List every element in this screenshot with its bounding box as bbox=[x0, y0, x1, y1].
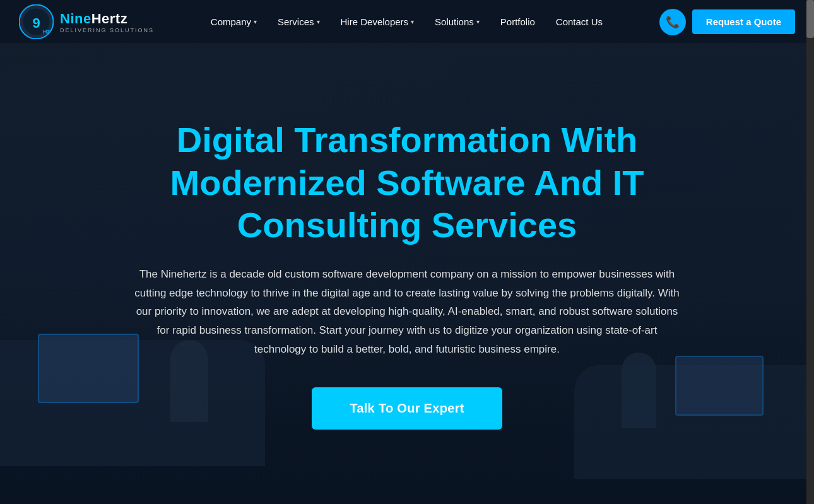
hero-description: The Ninehertz is a decade old custom sof… bbox=[133, 265, 681, 359]
services-chevron-icon: ▾ bbox=[317, 18, 320, 25]
nav-actions: 📞 Request a Quote bbox=[659, 9, 795, 35]
talk-to-expert-button[interactable]: Talk To Our Expert bbox=[312, 387, 502, 430]
logo-nine: Nine bbox=[60, 11, 91, 27]
company-chevron-icon: ▾ bbox=[254, 18, 257, 25]
logo-icon: 9 Hz bbox=[19, 4, 54, 39]
hero-section: Digital Transformation With Modernized S… bbox=[0, 44, 814, 504]
phone-icon: 📞 bbox=[666, 15, 680, 29]
nav-portfolio[interactable]: Portfolio bbox=[492, 11, 544, 32]
navbar: 9 Hz Nine Hertz DELIVERING SOLUTIONS Com… bbox=[0, 0, 814, 44]
scrollbar[interactable] bbox=[806, 0, 814, 504]
nav-contact[interactable]: Contact Us bbox=[547, 11, 611, 32]
logo-text: Nine Hertz DELIVERING SOLUTIONS bbox=[60, 11, 154, 33]
phone-button[interactable]: 📞 bbox=[659, 9, 686, 35]
logo-hertz: Hertz bbox=[91, 11, 128, 27]
nav-solutions[interactable]: Solutions ▾ bbox=[426, 11, 488, 32]
nav-services[interactable]: Services ▾ bbox=[269, 11, 329, 32]
hire-devs-chevron-icon: ▾ bbox=[411, 18, 414, 25]
nav-hire-developers[interactable]: Hire Developers ▾ bbox=[332, 11, 423, 32]
logo-tagline: DELIVERING SOLUTIONS bbox=[60, 27, 154, 33]
nav-company[interactable]: Company ▾ bbox=[202, 11, 266, 32]
hero-title: Digital Transformation With Modernized S… bbox=[91, 119, 723, 246]
request-quote-button[interactable]: Request a Quote bbox=[692, 9, 795, 34]
solutions-chevron-icon: ▾ bbox=[476, 18, 480, 25]
hero-content: Digital Transformation With Modernized S… bbox=[91, 119, 723, 429]
svg-text:9: 9 bbox=[32, 15, 40, 31]
svg-text:Hz: Hz bbox=[43, 28, 50, 35]
scrollbar-thumb[interactable] bbox=[806, 0, 814, 38]
nav-links: Company ▾ Services ▾ Hire Developers ▾ S… bbox=[202, 11, 611, 32]
logo-area[interactable]: 9 Hz Nine Hertz DELIVERING SOLUTIONS bbox=[19, 4, 154, 39]
